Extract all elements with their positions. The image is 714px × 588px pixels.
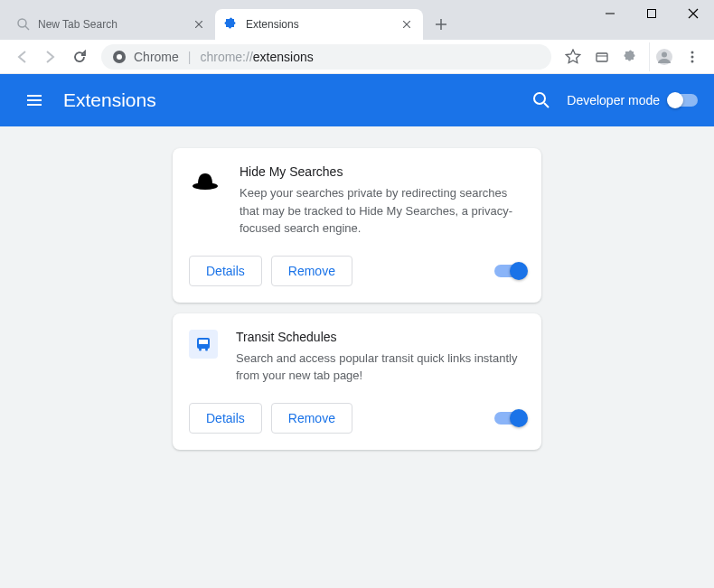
svg-point-20 [691,60,694,62]
svg-point-29 [199,348,202,350]
extension-description: Keep your searches private by redirectin… [240,184,525,238]
svg-rect-1 [648,10,656,18]
browser-toolbar: Chrome | chrome://extensions [0,40,714,74]
window-controls [589,0,714,27]
enable-toggle[interactable] [494,265,525,277]
developer-mode-toggle[interactable] [669,94,698,107]
back-button[interactable] [7,42,36,71]
hat-icon [189,164,221,197]
extension-icon-1[interactable] [587,42,616,71]
svg-point-18 [691,51,694,53]
page-title: Extensions [63,89,523,111]
remove-button[interactable]: Remove [271,403,352,434]
extension-description: Search and access popular transit quick … [236,350,525,385]
bookmark-star-icon[interactable] [559,42,587,71]
enable-toggle[interactable] [494,412,525,425]
svg-line-25 [544,103,549,107]
details-button[interactable]: Details [189,403,262,434]
chrome-icon [112,50,127,64]
menu-button[interactable] [678,42,707,71]
tab-title: New Tab Search [38,18,186,31]
svg-rect-14 [597,53,607,61]
remove-button[interactable]: Remove [271,256,352,286]
url-scheme: chrome:// [200,50,252,64]
tab-extensions[interactable]: Extensions [215,9,423,40]
svg-point-24 [534,93,545,104]
tab-title: Extensions [246,18,394,31]
extension-name: Transit Schedules [236,330,525,344]
svg-rect-28 [199,340,208,344]
extensions-header: Extensions Developer mode [0,74,714,126]
svg-point-19 [691,55,694,58]
hamburger-menu-button[interactable] [16,82,52,118]
extensions-list: Hide My Searches Keep your searches priv… [0,126,714,588]
svg-point-4 [18,19,26,27]
extension-icon-2[interactable] [616,42,645,71]
extension-card: Hide My Searches Keep your searches priv… [173,148,541,303]
close-tab-icon[interactable] [192,17,206,32]
maximize-button[interactable] [631,0,672,27]
reload-button[interactable] [65,42,94,71]
tab-new-tab-search[interactable]: New Tab Search [7,9,215,40]
minimize-button[interactable] [589,0,631,27]
puzzle-icon [224,17,239,32]
new-tab-button[interactable] [428,12,454,37]
forward-button[interactable] [36,42,65,71]
extension-name: Hide My Searches [240,164,525,179]
url-path: extensions [253,50,314,64]
close-window-button[interactable] [672,0,714,27]
extension-card: Transit Schedules Search and access popu… [173,313,541,450]
svg-point-13 [117,54,122,60]
svg-line-5 [25,26,29,30]
close-tab-icon[interactable] [399,17,414,32]
search-icon [16,17,31,32]
address-bar[interactable]: Chrome | chrome://extensions [101,44,551,70]
profile-avatar[interactable] [649,42,678,71]
bus-icon [189,330,218,359]
divider: | [188,50,192,64]
svg-point-17 [662,51,667,57]
developer-mode-label: Developer mode [567,93,660,107]
details-button[interactable]: Details [189,256,262,286]
chrome-label: Chrome [134,50,179,64]
search-button[interactable] [523,82,559,118]
svg-point-30 [205,348,208,350]
